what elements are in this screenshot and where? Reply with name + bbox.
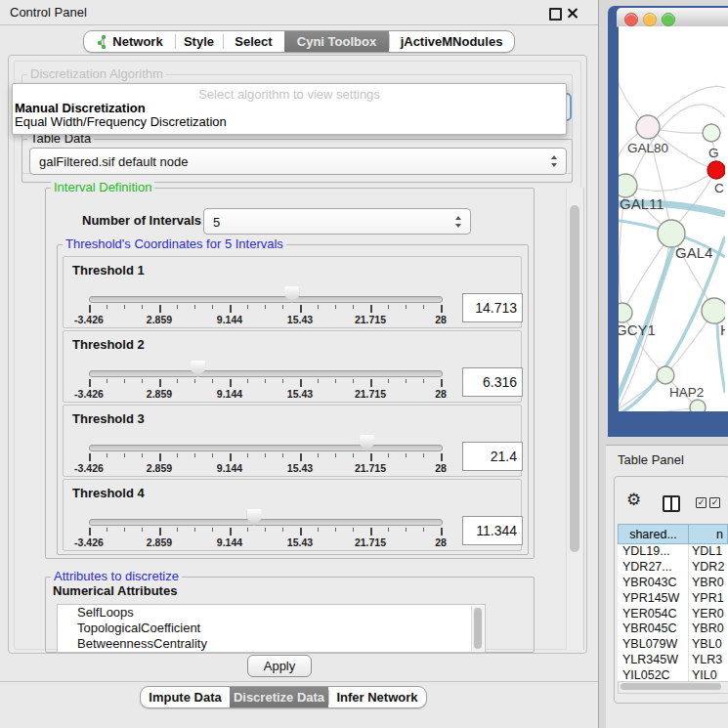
node-top-right[interactable]	[703, 124, 720, 142]
combo-stepper-icon	[455, 216, 462, 228]
attribute-list-item[interactable]: TopologicalCoefficient	[58, 621, 485, 636]
tab-label: Cyni Toolbox	[297, 34, 376, 49]
split-columns-icon[interactable]	[663, 495, 680, 512]
column-header-name[interactable]: n	[689, 524, 728, 544]
network-window-titlebar[interactable]	[617, 8, 728, 27]
network-canvas[interactable]: GAL80GCGAL11GAL4GCY1HHAP2	[619, 26, 728, 411]
threshold-value-field[interactable]: 11.344	[462, 516, 523, 545]
checkbox-icon[interactable]: ✓	[709, 497, 720, 508]
tick-label: -3.426	[74, 388, 104, 400]
tick-label: 2.859	[147, 388, 172, 400]
slider-track[interactable]	[89, 445, 443, 451]
table-scrollbar-thumb[interactable]	[621, 683, 721, 690]
tab-jactivemnodules[interactable]: jActiveMNodules	[389, 31, 514, 52]
tab-cyni-toolbox[interactable]: Cyni Toolbox	[284, 31, 389, 52]
tab-infer-network[interactable]: Infer Network	[328, 687, 426, 707]
tick-label: 21.715	[355, 388, 386, 400]
node-hap2[interactable]	[657, 366, 674, 384]
checkbox-icon[interactable]: ✓	[696, 497, 707, 508]
popup-option-equal-width-frequency[interactable]: Equal Width/Frequency Discretization	[15, 114, 227, 129]
panel-scrollbar-thumb[interactable]	[570, 205, 579, 552]
node-bottom[interactable]	[690, 400, 706, 411]
numerical-attributes-list[interactable]: SelfLoopsTopologicalCoefficientBetweenne…	[57, 604, 486, 653]
tick-label: 21.715	[355, 314, 386, 325]
table-row[interactable]: YLR345WYLR3	[618, 653, 728, 668]
network-edge	[619, 47, 648, 127]
table-cell: YBR0	[689, 576, 728, 591]
threshold-label: Threshold 1	[72, 263, 145, 278]
table-cell: YIL052C	[618, 668, 689, 681]
table-row[interactable]: YIL052CYIL0	[618, 668, 728, 681]
tab-style[interactable]: Style	[175, 31, 223, 52]
tab-label: Network	[112, 34, 162, 49]
node-gal4[interactable]	[658, 220, 685, 247]
attributes-group-label: Attributes to discretize	[51, 570, 182, 582]
threshold-panel-1: Threshold 1-3.4262.8599.14415.4321.71528…	[63, 256, 522, 328]
tick-label: 15.43	[287, 314, 313, 325]
tab-label: Discretize Data	[234, 690, 324, 705]
network-view-window: GAL80GCGAL11GAL4GCY1HHAP2	[608, 6, 728, 437]
tick-label: 21.715	[355, 462, 386, 474]
attribute-list-item[interactable]: SelfLoops	[58, 605, 485, 621]
table-cell: YBL079W	[618, 637, 689, 653]
table-cell: YPR1	[689, 591, 728, 607]
tab-select[interactable]: Select	[223, 31, 284, 52]
number-of-intervals-combobox[interactable]: 5	[203, 208, 471, 235]
gear-icon[interactable]: ⚙	[626, 490, 641, 510]
float-window-icon[interactable]	[549, 8, 562, 21]
popup-hint-text: Select algorithm to view settings	[13, 87, 566, 102]
table-data-combobox[interactable]: galFiltered.sif default node	[29, 148, 567, 175]
apply-button[interactable]: Apply	[247, 655, 312, 677]
column-header-shared-name[interactable]: shared...	[618, 524, 689, 544]
table-row[interactable]: YBL079WYBL0	[618, 637, 728, 653]
attribute-list-item[interactable]: BetweennessCentrality	[58, 636, 485, 652]
table-row[interactable]: YBR045CYBR0	[618, 621, 728, 637]
panel-scrollbar[interactable]	[566, 188, 584, 650]
table-cell: YBL0	[689, 637, 728, 653]
node-selected-red[interactable]	[707, 161, 725, 179]
slider-track[interactable]	[89, 296, 443, 303]
table-row[interactable]: YBR043CYBR0	[618, 576, 728, 591]
table-cell: YIL0	[689, 668, 728, 681]
table-cell: YDL19...	[618, 544, 689, 560]
slider-track[interactable]	[89, 370, 443, 377]
tab-impute-data[interactable]: Impute Data	[141, 687, 230, 707]
table-row[interactable]: YDL19...YDL1	[618, 544, 728, 560]
node-label-gal4: GAL4	[675, 244, 712, 261]
list-scrollbar[interactable]	[471, 606, 484, 651]
node-gal80[interactable]	[636, 115, 660, 139]
node-gcy1[interactable]	[619, 303, 632, 322]
close-icon[interactable]	[568, 8, 578, 19]
node-label-c: C	[714, 181, 724, 195]
node-label-gal11: GAL11	[620, 195, 664, 212]
number-of-intervals-label: Number of Intervals	[82, 213, 201, 228]
slider-tick-labels: -3.4262.8599.14415.4321.71528	[89, 462, 441, 474]
table-row[interactable]: YER054CYER0	[618, 607, 728, 622]
node-right-h[interactable]	[702, 298, 725, 323]
threshold-value-field[interactable]: 21.4	[462, 442, 523, 471]
tick-label: 28	[435, 462, 447, 474]
numerical-attributes-label: Numerical Attributes	[53, 583, 177, 598]
tab-label: Impute Data	[149, 690, 221, 705]
tab-discretize-data[interactable]: Discretize Data	[230, 687, 328, 707]
threshold-label: Threshold 4	[72, 486, 145, 500]
close-light[interactable]	[624, 13, 638, 26]
slider-track[interactable]	[89, 519, 443, 526]
tab-label: jActiveMNodules	[401, 34, 503, 49]
table-horizontal-scrollbar[interactable]	[618, 681, 728, 694]
tab-network[interactable]: Network	[84, 31, 175, 52]
discretization-algorithm-label: Discretization Algorithm	[27, 67, 166, 80]
popup-option-manual-discretization[interactable]: Manual Discretization	[15, 101, 146, 115]
minimize-light[interactable]	[643, 13, 657, 26]
network-edge	[625, 170, 716, 191]
zoom-light[interactable]	[662, 13, 675, 26]
threshold-value-field[interactable]: 14.713	[462, 293, 523, 322]
list-scrollbar-thumb[interactable]	[474, 608, 482, 649]
threshold-value-field[interactable]: 6.316	[462, 367, 523, 397]
table-row[interactable]: YDR27...YDR2	[618, 560, 728, 576]
table-row[interactable]: YPR145WYPR1	[618, 591, 728, 607]
tick-label: 28	[435, 388, 447, 400]
top-tab-bar: NetworkStyleSelectCyni ToolboxjActiveMNo…	[83, 30, 515, 53]
tick-label: -3.426	[74, 536, 104, 548]
node-gal11[interactable]	[619, 174, 637, 197]
